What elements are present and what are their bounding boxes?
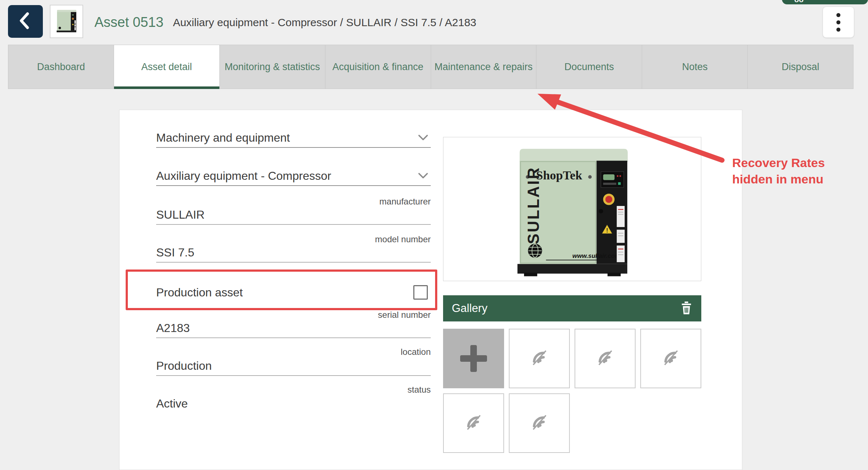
svg-text:!: ! [606,227,608,234]
top-cropped-button-label: oo [794,0,804,4]
subcategory-value: Auxiliary equipment - Compressor [156,169,331,183]
model-number-field[interactable]: SSI 7.5 [156,246,431,263]
production-asset-row: Production asset [156,282,431,303]
tab-documents[interactable]: Documents [536,45,642,89]
manufacturer-label: manufacturer [156,196,431,207]
image-unavailable-icon [528,411,551,435]
location-label: location [156,347,431,357]
page-subtitle: Auxiliary equipment - Compressor / SULLA… [173,16,476,29]
more-options-button[interactable] [823,7,854,38]
tab-label: Documents [564,61,614,73]
serial-number-label: serial number [156,310,431,320]
manufacturer-field[interactable]: SULLAIR [156,208,431,225]
gallery-header: Gallery [443,295,701,321]
tab-acquisition-finance[interactable]: Acquisition & finance [325,45,431,89]
image-unavailable-icon [660,347,682,370]
asset-thumbnail [50,5,83,38]
gallery-placeholder-tile[interactable] [575,329,636,388]
category-select[interactable]: Machinery and equipment [156,131,431,148]
tab-monitoring-statistics[interactable]: Monitoring & statistics [219,45,325,89]
title-group: Asset 0513 Auxiliary equipment - Compres… [94,0,476,45]
tab-bar: Dashboard Asset detail Monitoring & stat… [8,45,853,89]
tab-label: Monitoring & statistics [224,61,320,73]
tab-label: Dashboard [37,61,85,73]
photo-brand-text: SULLAIR [525,166,542,244]
tab-notes[interactable]: Notes [642,45,748,89]
tab-maintenance-repairs[interactable]: Maintenance & repairs [431,45,537,89]
page-title: Asset 0513 [94,15,163,30]
photo-model-text: ShopTek [536,169,582,182]
tab-asset-detail[interactable]: Asset detail [114,45,220,89]
trash-icon[interactable] [680,300,693,317]
gallery-title: Gallery [452,302,487,315]
asset-detail-page: Asset 0513 Auxiliary equipment - Compres… [0,0,868,470]
image-unavailable-icon [462,411,485,435]
asset-detail-card: Machinery and equipment Auxiliary equipm… [119,110,742,470]
gallery-placeholder-tile[interactable] [509,329,570,388]
tab-disposal[interactable]: Disposal [747,45,853,89]
serial-number-field[interactable]: A2183 [156,321,431,338]
subcategory-select[interactable]: Auxiliary equipment - Compressor [156,169,431,186]
chevron-down-icon [418,134,429,142]
annotation-line-1: Recovery Rates [732,155,825,171]
plus-icon [460,345,487,372]
photo-website-text: www.sullair.com [572,252,620,259]
tab-label: Asset detail [141,61,192,73]
annotation-text: Recovery Rates hidden in menu [732,155,825,187]
chevron-left-icon [17,11,34,32]
annotation-line-2: hidden in menu [732,171,825,187]
tab-label: Disposal [782,61,819,73]
asset-thumbnail-image [52,6,81,37]
gallery-add-tile[interactable] [443,329,504,388]
image-unavailable-icon [528,347,551,370]
top-cropped-button[interactable]: oo [782,0,868,4]
production-asset-label: Production asset [156,286,243,299]
back-button[interactable] [8,5,43,38]
location-field[interactable]: Production [156,359,431,376]
tab-dashboard[interactable]: Dashboard [8,45,114,89]
gallery-placeholder-tile[interactable] [443,393,504,453]
gallery-placeholder-tile[interactable] [640,329,701,388]
kebab-menu-icon [836,13,840,32]
tab-label: Maintenance & repairs [434,61,532,73]
chevron-down-icon [418,172,429,180]
status-label: status [156,385,431,395]
asset-photo: ShopTek SULLAIR www.sullair.com ! [443,137,701,281]
tab-label: Acquisition & finance [332,61,423,73]
asset-photo-image: ShopTek SULLAIR www.sullair.com ! [471,141,674,277]
production-asset-checkbox[interactable] [413,285,428,300]
header: Asset 0513 Auxiliary equipment - Compres… [0,0,868,45]
tab-label: Notes [682,61,708,73]
status-field[interactable]: Active [156,397,431,414]
image-unavailable-icon [594,347,616,370]
model-number-label: model number [156,234,431,244]
category-value: Machinery and equipment [156,131,290,145]
gallery-placeholder-tile[interactable] [509,393,570,453]
